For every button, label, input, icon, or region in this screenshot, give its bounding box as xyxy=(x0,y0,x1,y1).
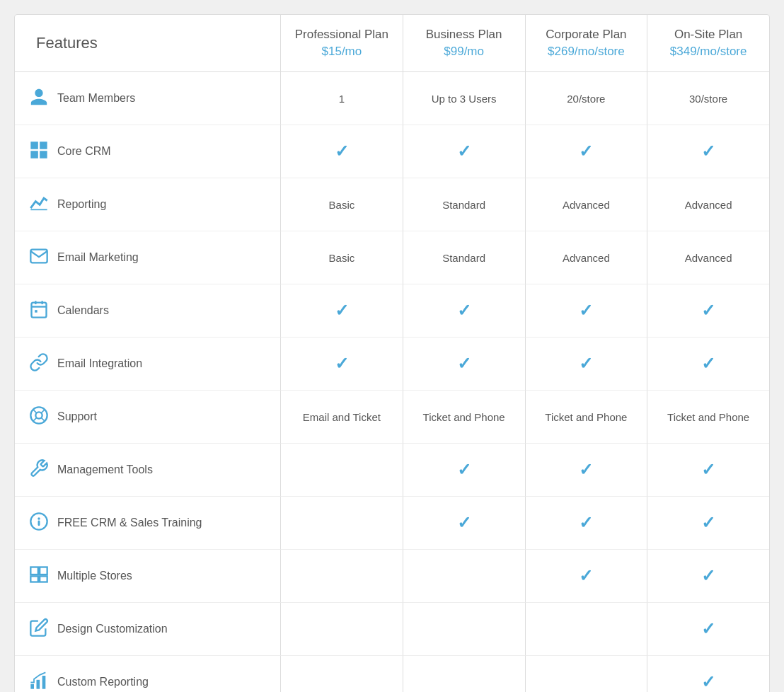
icon-email-marketing xyxy=(29,246,49,269)
svg-line-9 xyxy=(41,417,45,421)
feature-design-plan-3: ✓ xyxy=(647,603,769,656)
feature-value-team-2: 20/store xyxy=(567,93,605,105)
checkmark-icon: ✓ xyxy=(701,354,715,374)
checkmark-icon: ✓ xyxy=(457,354,471,374)
svg-rect-5 xyxy=(35,310,38,313)
plan-name-onsite: On-Site Plan xyxy=(655,28,762,42)
checkmark-icon: ✓ xyxy=(579,354,593,374)
feature-support-plan-0: Email and Ticket xyxy=(280,391,403,444)
feature-stores-plan-0 xyxy=(280,550,403,603)
feature-management-plan-1: ✓ xyxy=(403,444,525,497)
checkmark-icon: ✓ xyxy=(579,460,593,480)
feature-value-email-marketing-3: Advanced xyxy=(685,252,732,264)
feature-team-plan-1: Up to 3 Users xyxy=(403,72,525,125)
feature-crm-plan-3: ✓ xyxy=(647,125,769,178)
icon-reporting xyxy=(29,193,49,216)
svg-rect-21 xyxy=(42,676,46,689)
svg-rect-1 xyxy=(32,303,47,318)
feature-design-plan-0 xyxy=(280,603,403,656)
feature-training-plan-2: ✓ xyxy=(525,497,647,550)
plan-header-corporate: Corporate Plan $269/mo/store xyxy=(525,15,647,71)
checkmark-icon: ✓ xyxy=(701,513,715,533)
feature-email-integration-plan-1: ✓ xyxy=(403,338,525,391)
icon-support xyxy=(29,405,49,428)
feature-support-plan-1: Ticket and Phone xyxy=(403,391,525,444)
checkmark-icon: ✓ xyxy=(701,142,715,161)
icon-crm xyxy=(29,140,49,163)
feature-label-training: FREE CRM & Sales Training xyxy=(15,497,280,550)
feature-support-plan-2: Ticket and Phone xyxy=(525,391,647,444)
feature-value-reporting-2: Advanced xyxy=(563,199,610,211)
checkmark-icon: ✓ xyxy=(335,142,349,161)
feature-email-integration-plan-0: ✓ xyxy=(280,338,403,391)
icon-calendars xyxy=(29,299,49,322)
checkmark-icon: ✓ xyxy=(335,354,349,374)
feature-email-marketing-plan-3: Advanced xyxy=(647,231,769,284)
feature-management-plan-2: ✓ xyxy=(525,444,647,497)
feature-custom-reporting-plan-2 xyxy=(525,656,647,692)
feature-label-team: Team Members xyxy=(15,72,280,125)
feature-email-integration-plan-3: ✓ xyxy=(647,338,769,391)
feature-email-marketing-plan-0: Basic xyxy=(280,231,403,284)
feature-support-plan-3: Ticket and Phone xyxy=(647,391,769,444)
feature-text-email-marketing: Email Marketing xyxy=(57,251,139,264)
feature-text-reporting: Reporting xyxy=(57,198,106,211)
feature-calendars-plan-0: ✓ xyxy=(280,284,403,338)
feature-text-design: Design Customization xyxy=(57,623,168,635)
svg-point-14 xyxy=(38,517,40,520)
feature-team-plan-0: 1 xyxy=(280,72,403,125)
feature-label-custom-reporting: Custom Reporting xyxy=(15,656,280,692)
feature-team-plan-3: 30/store xyxy=(647,72,769,125)
svg-line-11 xyxy=(33,417,37,421)
features-header-cell: Features xyxy=(15,15,280,71)
feature-management-plan-0 xyxy=(280,444,403,497)
feature-label-management: Management Tools xyxy=(15,444,280,497)
svg-rect-20 xyxy=(37,680,40,689)
checkmark-icon: ✓ xyxy=(579,142,593,161)
plan-header-professional: Professional Plan $15/mo xyxy=(280,15,403,71)
svg-line-10 xyxy=(41,410,45,413)
feature-value-support-1: Ticket and Phone xyxy=(423,411,505,423)
plan-price-onsite: $349/mo/store xyxy=(655,45,762,59)
checkmark-icon: ✓ xyxy=(579,513,593,533)
feature-value-support-0: Email and Ticket xyxy=(303,411,381,423)
feature-training-plan-3: ✓ xyxy=(647,497,769,550)
feature-text-crm: Core CRM xyxy=(57,145,111,158)
feature-label-crm: Core CRM xyxy=(15,125,280,178)
checkmark-icon: ✓ xyxy=(457,301,471,321)
plan-header-onsite: On-Site Plan $349/mo/store xyxy=(647,15,769,71)
feature-label-email-marketing: Email Marketing xyxy=(15,231,280,284)
plan-name-corporate: Corporate Plan xyxy=(533,28,640,42)
feature-value-reporting-1: Standard xyxy=(442,199,485,211)
svg-line-8 xyxy=(33,410,37,413)
feature-value-support-3: Ticket and Phone xyxy=(667,411,749,423)
feature-management-plan-3: ✓ xyxy=(647,444,769,497)
svg-rect-16 xyxy=(40,567,47,575)
feature-training-plan-1: ✓ xyxy=(403,497,525,550)
feature-custom-reporting-plan-0 xyxy=(280,656,403,692)
feature-crm-plan-1: ✓ xyxy=(403,125,525,178)
feature-reporting-plan-2: Advanced xyxy=(525,178,647,231)
feature-text-team: Team Members xyxy=(57,92,135,105)
feature-value-support-2: Ticket and Phone xyxy=(545,411,627,423)
feature-design-plan-2 xyxy=(525,603,647,656)
feature-reporting-plan-3: Advanced xyxy=(647,178,769,231)
checkmark-icon: ✓ xyxy=(701,672,715,692)
feature-crm-plan-0: ✓ xyxy=(280,125,403,178)
feature-email-marketing-plan-1: Standard xyxy=(403,231,525,284)
checkmark-icon: ✓ xyxy=(701,619,715,639)
feature-stores-plan-1 xyxy=(403,550,525,603)
feature-value-team-0: 1 xyxy=(339,93,345,105)
feature-text-email-integration: Email Integration xyxy=(57,357,142,370)
icon-team xyxy=(29,87,49,110)
feature-custom-reporting-plan-3: ✓ xyxy=(647,656,769,692)
icon-design xyxy=(29,618,49,640)
feature-text-management: Management Tools xyxy=(57,463,153,476)
feature-team-plan-2: 20/store xyxy=(525,72,647,125)
feature-custom-reporting-plan-1 xyxy=(403,656,525,692)
feature-value-reporting-0: Basic xyxy=(329,199,355,211)
feature-email-integration-plan-2: ✓ xyxy=(525,338,647,391)
checkmark-icon: ✓ xyxy=(579,566,593,586)
checkmark-icon: ✓ xyxy=(701,566,715,586)
plan-name-business: Business Plan xyxy=(410,28,518,42)
